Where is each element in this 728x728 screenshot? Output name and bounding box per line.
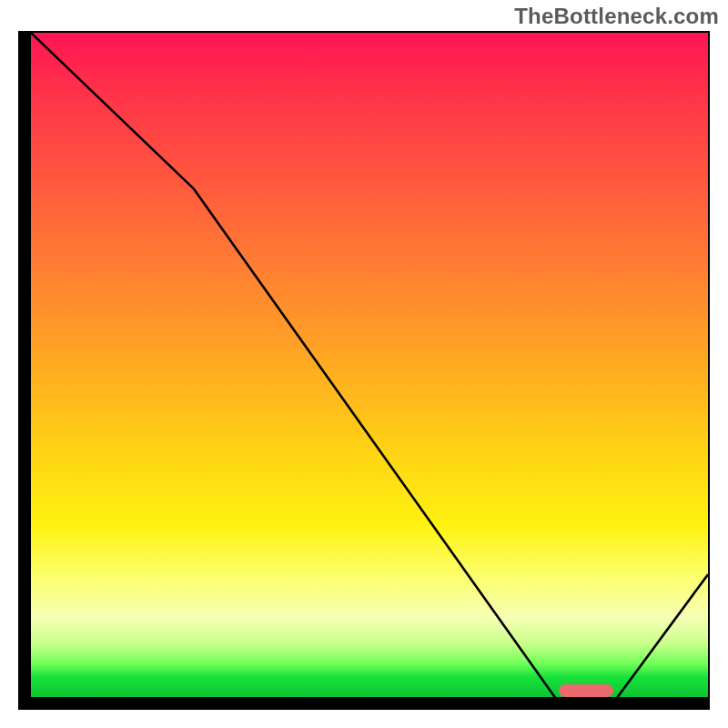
chart-root: TheBottleneck.com — [0, 0, 728, 728]
watermark-text: TheBottleneck.com — [514, 4, 719, 29]
optimal-range-marker — [559, 684, 613, 697]
bottleneck-curve — [31, 33, 708, 710]
plot-area — [18, 31, 710, 710]
